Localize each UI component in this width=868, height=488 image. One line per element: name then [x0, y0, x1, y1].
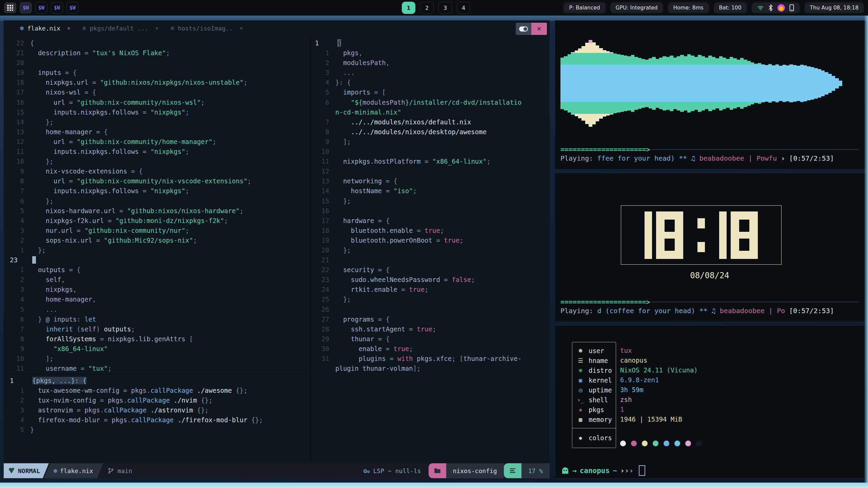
code-line[interactable]: 6 };	[8, 196, 308, 206]
code-line[interactable]: 13 networking = {	[313, 176, 548, 186]
code-line[interactable]: 11 nixpkgs.hostPlatform = "x86_64-linux"…	[313, 157, 548, 166]
code-line[interactable]: 21	[313, 255, 548, 265]
tab-hosts-isoImag-[interactable]: ❄hosts/isoImag..✕	[167, 21, 252, 36]
window-close-button[interactable]: ✕	[531, 23, 547, 35]
code-line[interactable]: 10 ];	[8, 354, 308, 364]
code-line[interactable]: 7 ../../modules/nixos/default.nix	[313, 117, 548, 127]
code-line[interactable]: 3 astronvim = pkgs.callPackage ./astronv…	[8, 405, 308, 415]
code-line[interactable]: 26	[313, 305, 548, 314]
code-line[interactable]: 5 imports = [	[313, 87, 548, 97]
tab-close-icon[interactable]: ✕	[155, 25, 158, 31]
layout-button-3[interactable]: $W	[51, 2, 63, 14]
code-line[interactable]: 12	[313, 166, 548, 176]
app-launcher-button[interactable]	[4, 2, 16, 13]
code-line[interactable]: 7 inputs.nixpkgs.follows = "nixpkgs";	[8, 186, 308, 196]
code-line[interactable]: 13 home-manager = {	[8, 127, 308, 137]
layout-button-4[interactable]: $W	[66, 2, 79, 14]
code-line[interactable]: 22{	[8, 38, 308, 48]
code-line[interactable]: 4 firefox-mod-blur = pkgs.callPackage ./…	[8, 415, 308, 425]
code-line[interactable]: 20	[8, 58, 308, 68]
pill-power-profile[interactable]: P: Balanced	[564, 2, 605, 13]
code-line[interactable]: 3 nixpkgs,	[8, 285, 308, 294]
pill-network-latency[interactable]: Home: 8ms	[668, 2, 709, 13]
layout-button-2[interactable]: $W	[35, 2, 47, 14]
code-line[interactable]: 9 "x86_64-linux"	[8, 344, 308, 354]
code-line[interactable]: 14 hostName = "iso";	[313, 186, 548, 196]
layout-button-1[interactable]: $W	[20, 2, 32, 14]
code-line[interactable]: 5 ...	[8, 305, 308, 314]
tag-3[interactable]: 3	[438, 2, 452, 14]
window-toggle-button[interactable]	[516, 23, 531, 35]
code-line[interactable]: 24 rtkit.enable = true;	[313, 285, 548, 294]
system-tray[interactable]	[752, 2, 800, 13]
code-line[interactable]: 11 username = "tux";	[8, 364, 308, 373]
code-line[interactable]: n-cd-minimal.nix"	[313, 107, 548, 117]
code-line[interactable]: 4 nixpkgs-f2k.url = "github:moni-dz/nixp…	[8, 216, 308, 226]
code-line[interactable]: 29 thunar = {	[313, 334, 548, 344]
vertical-split-divider[interactable]	[310, 36, 311, 464]
tab-close-icon[interactable]: ✕	[240, 25, 243, 31]
code-line[interactable]: 5 nixos-hardware.url = "github:nixos/nix…	[8, 206, 308, 216]
code-line[interactable]: 5}	[8, 425, 308, 435]
code-line[interactable]: 30 enable = true;	[313, 344, 548, 354]
code-line[interactable]: 18 bluetooth.enable = true;	[313, 226, 548, 236]
code-line[interactable]: 3 nur.url = "github:nix-community/nur";	[8, 226, 308, 236]
code-line[interactable]: 1 outputs = {	[8, 265, 308, 275]
code-line[interactable]: 11 inputs.nixpkgs.follows = "nixpkgs";	[8, 147, 308, 157]
code-line[interactable]: 16	[313, 206, 548, 216]
clock-widget[interactable]: Thu Aug 08, 18:18	[805, 2, 864, 13]
code-line[interactable]: 6 } @ inputs: let	[8, 314, 308, 324]
code-line[interactable]: 27 programs = {	[313, 314, 548, 324]
code-line[interactable]: 15 };	[313, 196, 548, 206]
code-line[interactable]: 4 home-manager,	[8, 294, 308, 304]
code-line[interactable]: 18 nixpkgs.url = "github:nixos/nixpkgs/n…	[8, 78, 308, 87]
tag-1[interactable]: 1	[402, 2, 415, 14]
code-line[interactable]: 1 tux-awesome-wm-config = pkgs.callPacka…	[8, 386, 308, 395]
tag-2[interactable]: 2	[420, 2, 434, 14]
code-line[interactable]: 20 };	[313, 245, 548, 255]
code-line[interactable]: 1{	[313, 38, 548, 48]
code-line[interactable]: 8 url = "github:nix-community/nix-vscode…	[8, 176, 308, 186]
code-line[interactable]: 21 description = "tux's NixOS Flake";	[8, 48, 308, 58]
pill-battery[interactable]: Bat: 100	[714, 2, 747, 13]
code-line[interactable]: plugin thunar-volman];	[313, 364, 548, 373]
code-line[interactable]: 2 modulesPath,	[313, 58, 548, 68]
code-line[interactable]: 2 tux-nvim-config = pkgs.callPackage ./n…	[8, 395, 308, 405]
code-line[interactable]: 23	[8, 255, 308, 265]
code-line[interactable]: 9 ];	[313, 137, 548, 147]
code-line[interactable]: 31 plugins = with pkgs.xfce; [thunar-arc…	[313, 354, 548, 364]
code-line[interactable]: 22 security = {	[313, 265, 548, 275]
code-line[interactable]: 10 };	[8, 157, 308, 166]
code-line[interactable]: 17 hardware = {	[313, 216, 548, 226]
code-line[interactable]: 8 forAllSystems = nixpkgs.lib.genAttrs [	[8, 334, 308, 344]
code-line[interactable]: 19 bluetooth.powerOnBoot = true;	[313, 236, 548, 245]
shell-prompt[interactable]: → canopus ~ ›››	[561, 465, 645, 476]
code-line[interactable]: 2 self,	[8, 275, 308, 285]
tab-pkgs-default-[interactable]: ❄pkgs/default ...✕	[79, 21, 167, 36]
code-line[interactable]: 3 ...	[313, 68, 548, 78]
code-line[interactable]: 6 "${modulesPath}/installer/cd-dvd/insta…	[313, 98, 548, 107]
code-line[interactable]: 1{pkgs, ...}: {	[8, 376, 308, 386]
pill-gpu-status[interactable]: GPU: Integrated	[610, 2, 663, 13]
code-line[interactable]: 17 nixos-wsl = {	[8, 87, 308, 97]
code-line[interactable]: 23 sudo.wheelNeedsPassword = false;	[313, 275, 548, 285]
code-line[interactable]: 28 ssh.startAgent = true;	[313, 324, 548, 334]
code-line[interactable]: 10	[313, 147, 548, 157]
code-line[interactable]: 9 nix-vscode-extensions = {	[8, 166, 308, 176]
code-line[interactable]: 8 ../../modules/nixos/desktop/awesome	[313, 127, 548, 137]
code-line[interactable]: 1 pkgs,	[313, 48, 548, 58]
horizontal-split-divider[interactable]	[4, 374, 310, 374]
cwd-segment[interactable]: nixos-config	[446, 463, 504, 478]
code-line[interactable]: 19 inputs = {	[8, 68, 308, 78]
code-line[interactable]: 14 };	[8, 117, 308, 127]
tab-close-icon[interactable]: ✕	[67, 25, 70, 31]
code-line[interactable]: 25 };	[313, 294, 548, 304]
code-line[interactable]: 16 url = "github:nix-community/nixos-wsl…	[8, 98, 308, 107]
code-line[interactable]: 4}: {	[313, 78, 548, 87]
tab-flake-nix[interactable]: ❄flake.nix✕	[17, 21, 79, 36]
code-line[interactable]: 1 };	[8, 245, 308, 255]
code-line[interactable]: 15 inputs.nixpkgs.follows = "nixpkgs";	[8, 107, 308, 117]
tag-4[interactable]: 4	[457, 2, 470, 14]
code-line[interactable]: 7 inherit (self) outputs;	[8, 324, 308, 334]
code-line[interactable]: 12 url = "github:nix-community/home-mana…	[8, 137, 308, 147]
